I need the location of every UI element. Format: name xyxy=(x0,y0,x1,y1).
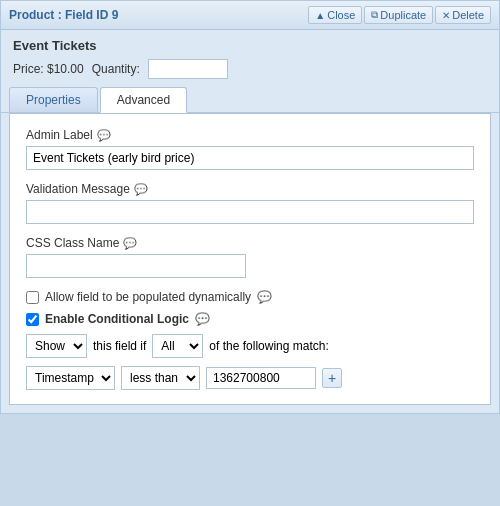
title-bar-buttons: ▲ Close ⧉ Duplicate ✕ Delete xyxy=(308,6,491,24)
dynamic-population-tooltip-icon: 💬 xyxy=(257,290,272,304)
price-label: Price: $10.00 xyxy=(13,62,84,76)
css-class-group: CSS Class Name 💬 xyxy=(26,236,474,278)
dynamic-population-checkbox[interactable] xyxy=(26,291,39,304)
tabs: Properties Advanced xyxy=(1,87,499,113)
delete-button[interactable]: ✕ Delete xyxy=(435,6,491,24)
validation-message-group: Validation Message 💬 xyxy=(26,182,474,224)
conditional-logic-label: Enable Conditional Logic xyxy=(45,312,189,326)
admin-label-tooltip-icon: 💬 xyxy=(97,129,111,142)
css-class-tooltip-icon: 💬 xyxy=(123,237,137,250)
duplicate-button[interactable]: ⧉ Duplicate xyxy=(364,6,433,24)
show-select[interactable]: Show xyxy=(26,334,87,358)
admin-label-label: Admin Label 💬 xyxy=(26,128,474,142)
title-bar: Product : Field ID 9 ▲ Close ⧉ Duplicate… xyxy=(1,1,499,30)
condition-row: Timestamp less than + xyxy=(26,366,474,390)
field-price-row: Price: $10.00 Quantity: xyxy=(1,57,499,87)
close-icon: ▲ xyxy=(315,10,325,21)
match-select[interactable]: All Any xyxy=(152,334,203,358)
quantity-input[interactable] xyxy=(148,59,228,79)
duplicate-icon: ⧉ xyxy=(371,9,378,21)
validation-message-label: Validation Message 💬 xyxy=(26,182,474,196)
dynamic-population-row: Allow field to be populated dynamically … xyxy=(26,290,474,304)
validation-tooltip-icon: 💬 xyxy=(134,183,148,196)
condition-operator-select[interactable]: less than xyxy=(121,366,200,390)
main-window: Product : Field ID 9 ▲ Close ⧉ Duplicate… xyxy=(0,0,500,414)
condition-value-input[interactable] xyxy=(206,367,316,389)
plus-icon: + xyxy=(328,370,336,386)
conditional-logic-row: Enable Conditional Logic 💬 xyxy=(26,312,474,326)
conditional-logic-tooltip-icon: 💬 xyxy=(195,312,210,326)
window-title: Product : Field ID 9 xyxy=(9,8,118,22)
admin-label-input[interactable] xyxy=(26,146,474,170)
advanced-panel: Admin Label 💬 Validation Message 💬 CSS C… xyxy=(9,113,491,405)
conditional-settings-row: Show this field if All Any of the follow… xyxy=(26,334,474,358)
close-button[interactable]: ▲ Close xyxy=(308,6,362,24)
css-class-input[interactable] xyxy=(26,254,246,278)
field-name: Event Tickets xyxy=(1,30,499,57)
dynamic-population-label: Allow field to be populated dynamically xyxy=(45,290,251,304)
quantity-label: Quantity: xyxy=(92,62,140,76)
field-label-text: this field if xyxy=(93,339,146,353)
delete-icon: ✕ xyxy=(442,10,450,21)
add-condition-button[interactable]: + xyxy=(322,368,342,388)
match-suffix: of the following match: xyxy=(209,339,328,353)
tab-advanced[interactable]: Advanced xyxy=(100,87,187,113)
validation-message-input[interactable] xyxy=(26,200,474,224)
condition-field-select[interactable]: Timestamp xyxy=(26,366,115,390)
admin-label-group: Admin Label 💬 xyxy=(26,128,474,170)
css-class-label: CSS Class Name 💬 xyxy=(26,236,474,250)
tab-properties[interactable]: Properties xyxy=(9,87,98,112)
conditional-logic-checkbox[interactable] xyxy=(26,313,39,326)
